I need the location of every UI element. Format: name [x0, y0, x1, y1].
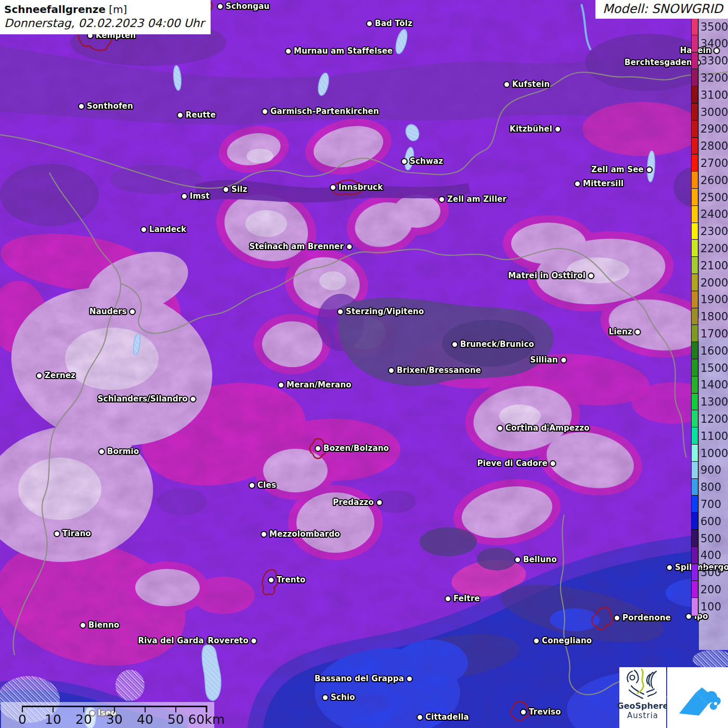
legend-row: 3500: [691, 18, 728, 36]
town-marker: Garmisch-Partenkirchen: [262, 107, 379, 116]
legend-value: 200: [700, 584, 721, 595]
town-marker: Tirano: [54, 529, 91, 538]
legend-color-swatch: [691, 359, 698, 378]
legend-value: 1400: [700, 380, 728, 391]
town-marker: Sillian: [530, 355, 567, 365]
town-label: Cittadella: [425, 712, 469, 722]
legend-row: 2500: [691, 189, 728, 206]
town-marker: Feltre: [445, 594, 480, 603]
town-marker: Zell am See: [591, 165, 653, 174]
scale-bar: 0 10 20 30 40 50 60km: [1, 702, 214, 728]
legend-row: 1700: [691, 325, 728, 343]
town-dot-icon: [261, 531, 267, 538]
town-marker: Bad Tölz: [366, 19, 412, 28]
town-dot-icon: [129, 308, 136, 315]
legend-color-swatch: [691, 564, 698, 582]
legend-color-swatch: [691, 137, 698, 156]
legend-value: 500: [700, 534, 721, 544]
legend-value: 2000: [700, 278, 728, 289]
legend-row: 700: [691, 496, 728, 513]
legend-row: 300: [691, 564, 728, 582]
town-dot-icon: [262, 108, 268, 115]
legend-value: 2600: [700, 175, 728, 186]
legend-row: 3300: [691, 53, 728, 70]
legend-color-swatch: [691, 597, 698, 616]
legend-value: 300: [700, 567, 721, 578]
town-label: Reutte: [186, 110, 216, 120]
town-marker: Reutte: [177, 110, 216, 120]
town-marker: Nauders: [89, 307, 136, 316]
legend-color-swatch: [691, 324, 698, 343]
legend-row: 600: [691, 513, 728, 530]
town-marker: Belluno: [514, 555, 557, 564]
legend-row: 2000: [691, 274, 728, 292]
town-label: Matrei in Osttirol: [508, 271, 586, 280]
town-marker: Steinach am Brenner: [249, 242, 353, 251]
town-label: Conegliano: [542, 636, 592, 645]
town-dot-icon: [451, 341, 458, 348]
town-marker: Mittersill: [574, 179, 623, 188]
geosphere-contours-icon: [624, 667, 661, 701]
town-dot-icon: [376, 499, 383, 506]
legend-value: 1700: [700, 329, 728, 340]
scale-bar-ticks: 0 10 20 30 40 50 60km: [1, 702, 214, 728]
town-label: Rovereto: [208, 636, 249, 645]
legend-row: 500: [691, 530, 728, 548]
town-dot-icon: [417, 714, 423, 721]
geosphere-logo-country: Austria: [627, 711, 658, 720]
legend-color-swatch: [691, 393, 698, 412]
town-dot-icon: [514, 556, 521, 563]
legend-color-swatch: [691, 239, 698, 258]
legend-value: 1500: [700, 363, 728, 374]
legend-row: 900: [691, 462, 728, 479]
town-marker: Schwaz: [401, 157, 443, 166]
legend-value: 1600: [700, 346, 728, 357]
legend-row: 3000: [691, 103, 728, 121]
town-marker: Matrei in Osttirol: [508, 271, 594, 280]
legend-color-swatch: [691, 529, 698, 548]
town-label: Trento: [277, 575, 306, 584]
legend-value: 400: [700, 550, 721, 561]
legend-row: 1200: [691, 410, 728, 428]
town-dot-icon: [503, 81, 510, 88]
legend-color-swatch: [691, 478, 698, 497]
town-label: Bienno: [88, 620, 120, 630]
town-label: Lienz: [609, 327, 632, 336]
town-label: Meran/Merano: [287, 380, 352, 389]
geosphere-logo: GeoSphere Austria: [619, 667, 666, 728]
town-dot-icon: [217, 3, 224, 10]
legend-color-swatch: [691, 342, 698, 360]
town-marker: Lienz: [609, 327, 641, 336]
legend-color-swatch: [691, 18, 698, 36]
legend-row: 1000: [691, 445, 728, 462]
town-label: Feltre: [453, 594, 480, 603]
legend-color-swatch: [691, 223, 698, 241]
legend-color-swatch: [691, 35, 698, 54]
legend-row: 1300: [691, 394, 728, 411]
town-dot-icon: [438, 196, 445, 203]
town-dot-icon: [285, 48, 292, 55]
town-label: Sonthofen: [87, 101, 133, 111]
legend-value: 2300: [700, 226, 728, 237]
legend-color-swatch: [691, 154, 698, 173]
town-label: Bormio: [107, 447, 139, 456]
legend-row: 1900: [691, 291, 728, 309]
legend-row: 800: [691, 479, 728, 497]
town-marker: Mezzolombardo: [261, 529, 340, 539]
legend-row: 2900: [691, 121, 728, 138]
town-dot-icon: [330, 184, 336, 191]
town-marker: Riva del Garda: [138, 636, 213, 645]
town-label: Zernez: [45, 371, 75, 380]
town-marker: Innsbruck: [330, 183, 383, 192]
legend-value: 1000: [700, 448, 728, 459]
legend-color-swatch: [691, 256, 698, 275]
town-label: Schlanders/Silandro: [98, 394, 188, 404]
legend-color-swatch: [691, 547, 698, 565]
scale-tick: 60km: [188, 706, 225, 727]
town-marker: Kufstein: [503, 80, 550, 89]
town-dot-icon: [78, 103, 85, 110]
town-dot-icon: [406, 675, 413, 682]
legend-row: 2700: [691, 154, 728, 172]
legend-value: 1200: [700, 414, 728, 425]
town-label: Cortina d'Ampezzo: [505, 423, 590, 433]
